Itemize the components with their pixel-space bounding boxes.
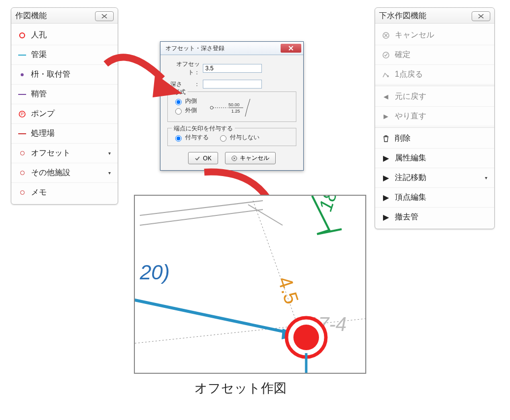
item-edit-attributes[interactable]: ▶ 属性編集 [375,149,494,168]
format-group: 形式 内側 外側 50.001.25 [167,91,296,122]
back-point-icon [382,71,390,78]
item-undo[interactable]: ◄ 元に戻す [375,87,494,107]
item-label: 人孔 [31,30,47,40]
dialog-button-row: OK キャンセル [167,152,296,164]
panel-body: キャンセル 確定 1点戻る ◄ 元に戻す ► やり直す 削除 ▶ 属性編集 ▶ [375,24,494,229]
map-center-num: 4.5 [274,274,303,306]
radio-label: 付与する [185,133,209,142]
chevron-right-icon: ▶ [382,153,390,163]
chevron-down-icon: ▾ [108,170,111,176]
close-icon [478,14,484,19]
panel-header: 作図機能 [11,8,118,24]
item-label: キャンセル [395,30,434,40]
close-button[interactable] [472,11,490,21]
button-label: キャンセル [240,154,269,162]
depth-input[interactable] [203,80,262,89]
format-diagram: 50.001.25 [203,96,291,119]
item-back-one-point[interactable]: 1点戻る [375,65,494,85]
item-label: 頂点編集 [395,192,426,203]
radio-label: 内側 [185,97,197,105]
dialog-close-button[interactable] [281,44,301,53]
flow-arrow-1 [98,49,182,108]
hollow-dot-icon [18,190,26,195]
svg-point-22 [293,325,319,350]
chevron-right-icon: ▶ [382,212,390,222]
button-label: OK [203,155,211,162]
arrow-group: 端点に矢印を付与する 付与する 付与しない [167,128,296,146]
x-circle-icon [382,31,390,39]
item-manhole[interactable]: 人孔 [11,26,118,45]
close-icon [101,14,108,19]
item-label: オフセット [31,148,70,158]
close-icon [287,46,294,51]
svg-point-7 [210,106,213,109]
panel-title: 下水作図機能 [379,11,426,21]
undo-icon: ◄ [382,92,390,101]
item-removed-pipe[interactable]: ▶ 撤去管 [375,208,494,227]
hollow-dot-icon [18,151,26,155]
radio-add-arrow[interactable]: 付与する [173,133,209,142]
item-label: メモ [31,187,47,198]
line-icon [18,133,26,135]
trash-icon [382,135,390,142]
svg-point-0 [20,33,25,38]
line-icon [18,54,26,56]
svg-line-14 [140,210,263,225]
p-circle-icon: P [18,111,26,118]
item-label: 管渠 [31,50,47,60]
radio-label: 外側 [185,106,197,115]
item-label: その他施設 [31,168,70,178]
item-label: 注記移動 [395,173,426,183]
svg-point-2 [21,73,24,76]
svg-line-15 [248,205,283,225]
svg-line-18 [135,299,292,333]
map-preview: 18 20) 4.5 17-4 [134,195,366,374]
offset-input[interactable] [203,64,262,73]
item-delete[interactable]: 削除 [375,129,494,149]
arrow-group-title: 端点に矢印を付与する [172,124,235,133]
chevron-right-icon: ▶ [382,193,390,202]
item-other-facility[interactable]: その他施設 ▾ [11,163,118,183]
diag-top: 50.00 [228,102,240,107]
hollow-dot-icon [18,171,26,175]
ok-button[interactable]: OK [188,152,218,164]
circle-icon [18,32,26,39]
depth-row: 深さ ： [167,80,296,89]
item-label: 枡・取付管 [31,69,70,80]
item-label: 1点戻る [395,69,423,80]
offset-row: オフセット： [167,60,296,77]
caption: オフセット作図 [194,380,287,397]
chevron-right-icon: ▶ [382,173,390,182]
svg-line-16 [253,201,302,338]
item-memo[interactable]: メモ [11,183,118,202]
panel-header: 下水作図機能 [375,8,494,24]
diag-bot: 1.25 [231,109,240,114]
item-label: 属性編集 [395,153,426,163]
dot-icon [18,72,26,77]
redo-icon: ► [382,112,390,121]
item-offset[interactable]: オフセット ▾ [11,144,118,163]
item-label: ポンプ [31,109,55,119]
check-icon [194,155,200,161]
item-treatment-plant[interactable]: 処理場 [11,124,118,144]
chevron-down-icon: ▾ [485,175,487,180]
check-circle-icon [382,51,390,59]
panel-title: 作図機能 [15,11,47,21]
x-circle-icon [231,155,237,161]
item-redo[interactable]: ► やり直す [375,107,494,126]
item-label: 鞘管 [31,89,47,99]
cancel-button[interactable]: キャンセル [225,152,276,164]
svg-line-13 [140,201,263,215]
item-confirm[interactable]: 確定 [375,45,494,65]
item-label: 削除 [395,133,411,144]
item-cancel[interactable]: キャンセル [375,26,494,45]
svg-marker-11 [153,74,182,97]
item-label: 撤去管 [395,212,418,222]
item-label: やり直す [395,111,426,121]
close-button[interactable] [95,11,114,21]
svg-point-26 [387,75,389,77]
item-move-annotation[interactable]: ▶ 注記移動 ▾ [375,168,494,188]
radio-no-arrow[interactable]: 付与しない [218,133,259,142]
item-label: 処理場 [31,128,55,139]
item-edit-vertices[interactable]: ▶ 頂点編集 [375,188,494,208]
